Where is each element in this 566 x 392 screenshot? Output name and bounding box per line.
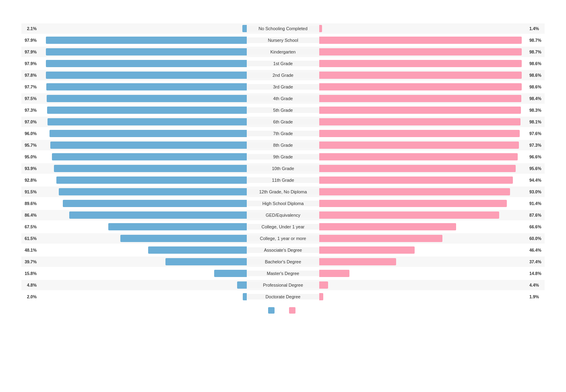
bar-right-value: 46.4% (529, 248, 545, 252)
bar-left-value: 95.7% (21, 143, 37, 148)
bar-group: 96.0%7th Grade97.6% (21, 128, 545, 139)
bar-group: 97.0%6th Grade98.1% (21, 117, 545, 127)
bar-right (319, 200, 507, 207)
bar-right-value: 98.6% (529, 61, 545, 66)
right-bar-wrap (319, 130, 529, 137)
center-label: 4th Grade (247, 96, 319, 101)
center-label: 7th Grade (247, 131, 319, 136)
bar-left (54, 165, 247, 172)
bar-right (319, 246, 415, 254)
bars-area: 2.1%No Schooling Completed1.4%97.9%Nurse… (21, 23, 545, 302)
left-bar-wrap (37, 211, 247, 219)
bar-right (319, 211, 499, 219)
right-bar-wrap (319, 270, 529, 277)
bar-group: 97.9%Nursery School98.7% (21, 35, 545, 45)
bar-left (46, 37, 247, 44)
right-bar-wrap (319, 72, 529, 79)
bar-left (56, 177, 247, 184)
bar-right-value: 60.0% (529, 236, 545, 241)
bar-left-value: 2.0% (21, 294, 37, 299)
right-bar-wrap (319, 281, 529, 289)
bar-left-value: 92.8% (21, 178, 37, 183)
bar-right (319, 281, 328, 289)
bar-right-value: 98.6% (529, 73, 545, 78)
legend-english-box (289, 307, 295, 314)
bar-right (319, 188, 510, 195)
bar-left (47, 95, 247, 102)
right-bar-wrap (319, 25, 529, 32)
center-label: 11th Grade (247, 177, 319, 183)
center-label: Doctorate Degree (247, 294, 319, 300)
bar-right-value: 14.8% (529, 271, 545, 276)
bar-right-value: 93.0% (529, 189, 545, 194)
bar-right-value: 98.1% (529, 119, 545, 124)
right-bar-wrap (319, 95, 529, 102)
bar-left (46, 60, 247, 67)
center-label: 8th Grade (247, 142, 319, 148)
bar-left-value: 89.6% (21, 201, 37, 206)
bar-right (319, 223, 456, 230)
bar-right (319, 118, 521, 125)
bar-right-value: 37.4% (529, 259, 545, 264)
bar-right-value: 4.4% (529, 283, 545, 287)
bar-left (243, 293, 247, 300)
bar-right (319, 48, 522, 55)
left-bar-wrap (37, 293, 247, 300)
center-label: Bachelor's Degree (247, 259, 319, 265)
center-label: 5th Grade (247, 107, 319, 113)
bar-group: 97.9%1st Grade98.6% (21, 58, 545, 69)
bar-left (47, 107, 247, 114)
bar-left-value: 48.1% (21, 248, 37, 252)
bar-left (108, 223, 247, 230)
bar-left (120, 235, 247, 242)
center-label: 1st Grade (247, 61, 319, 66)
left-bar-wrap (37, 270, 247, 277)
bar-right-value: 98.7% (529, 49, 545, 54)
center-label: Kindergarten (247, 49, 319, 55)
bar-left (52, 153, 247, 160)
bar-right (319, 25, 322, 32)
right-bar-wrap (319, 48, 529, 55)
bar-group: 48.1%Associate's Degree46.4% (21, 245, 545, 255)
chart-container: 2.1%No Schooling Completed1.4%97.9%Nurse… (8, 8, 558, 330)
bar-right-value: 66.6% (529, 224, 545, 229)
bar-left-value: 97.8% (21, 73, 37, 78)
left-bar-wrap (37, 130, 247, 137)
center-label: No Schooling Completed (247, 26, 319, 31)
bar-left (46, 48, 247, 55)
legend (21, 307, 545, 314)
bar-right-value: 87.6% (529, 213, 545, 218)
legend-pakistani-box (268, 307, 275, 314)
bar-left (214, 270, 247, 277)
bar-right-value: 97.6% (529, 131, 545, 136)
left-bar-wrap (37, 153, 247, 160)
left-bar-wrap (37, 25, 247, 32)
bar-group: 61.5%College, 1 year or more60.0% (21, 233, 545, 244)
left-bar-wrap (37, 60, 247, 67)
bar-right-value: 97.3% (529, 143, 545, 148)
right-bar-wrap (319, 258, 529, 265)
left-bar-wrap (37, 246, 247, 254)
center-label: 10th Grade (247, 166, 319, 171)
bar-left-value: 97.0% (21, 119, 37, 124)
bar-left-value: 97.3% (21, 108, 37, 113)
bar-group: 15.8%Master's Degree14.8% (21, 268, 545, 279)
left-bar-wrap (37, 258, 247, 265)
legend-english (289, 307, 298, 314)
center-label: Master's Degree (247, 271, 319, 276)
left-bar-wrap (37, 118, 247, 125)
bar-group: 97.7%3rd Grade98.6% (21, 82, 545, 92)
bar-left-value: 96.0% (21, 131, 37, 136)
bar-left (48, 118, 247, 125)
bar-left-value: 67.5% (21, 224, 37, 229)
bar-right (319, 37, 522, 44)
bar-right-value: 98.6% (529, 84, 545, 89)
bar-right (319, 258, 396, 265)
left-bar-wrap (37, 177, 247, 184)
right-bar-wrap (319, 235, 529, 242)
left-bar-wrap (37, 223, 247, 230)
center-label: 3rd Grade (247, 84, 319, 90)
bar-left (148, 246, 247, 254)
bar-right (319, 177, 513, 184)
bar-group: 97.3%5th Grade98.3% (21, 105, 545, 115)
